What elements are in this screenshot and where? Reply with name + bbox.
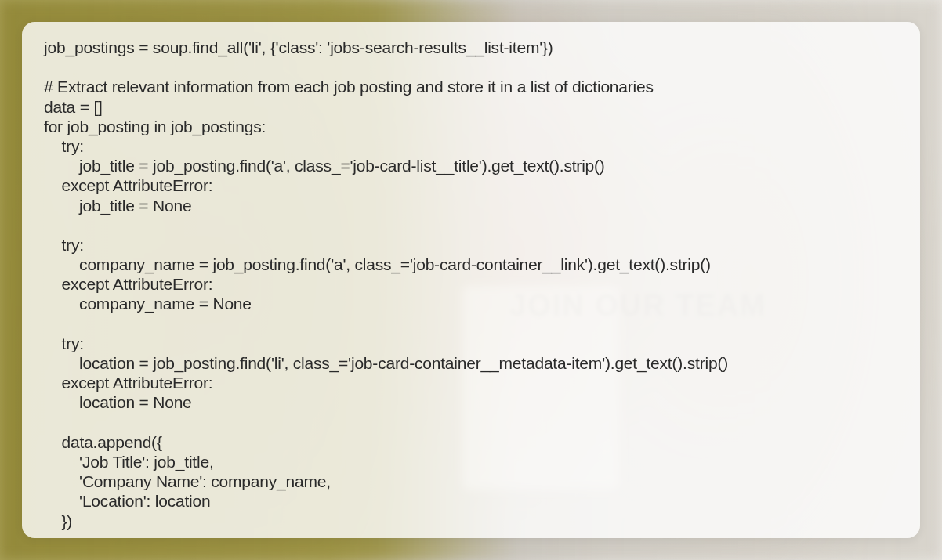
code-line: data = [] bbox=[44, 98, 103, 116]
code-line: job_title = job_posting.find('a', class_… bbox=[44, 157, 605, 175]
code-line: location = None bbox=[44, 393, 192, 411]
code-line: data.append({ bbox=[44, 433, 162, 451]
code-line: 'Location': location bbox=[44, 492, 211, 510]
code-line: job_postings = soup.find_all('li', {'cla… bbox=[44, 38, 553, 56]
code-line: except AttributeError: bbox=[44, 275, 212, 293]
code-line: try: bbox=[44, 334, 84, 352]
code-line: try: bbox=[44, 236, 84, 254]
code-line: company_name = job_posting.find('a', cla… bbox=[44, 255, 711, 273]
code-line: job_title = None bbox=[44, 197, 191, 215]
code-snippet-card: job_postings = soup.find_all('li', {'cla… bbox=[22, 22, 920, 538]
code-line: except AttributeError: bbox=[44, 176, 212, 194]
code-content: job_postings = soup.find_all('li', {'cla… bbox=[44, 38, 898, 531]
code-line: 'Company Name': company_name, bbox=[44, 472, 331, 490]
code-line: # Extract relevant information from each… bbox=[44, 78, 654, 96]
code-line: }) bbox=[44, 512, 72, 530]
code-line: for job_posting in job_postings: bbox=[44, 117, 266, 135]
code-line: company_name = None bbox=[44, 294, 252, 313]
code-line: except AttributeError: bbox=[44, 374, 212, 392]
code-line: 'Job Title': job_title, bbox=[44, 453, 214, 471]
code-line: location = job_posting.find('li', class_… bbox=[44, 354, 728, 372]
code-line: try: bbox=[44, 137, 84, 155]
